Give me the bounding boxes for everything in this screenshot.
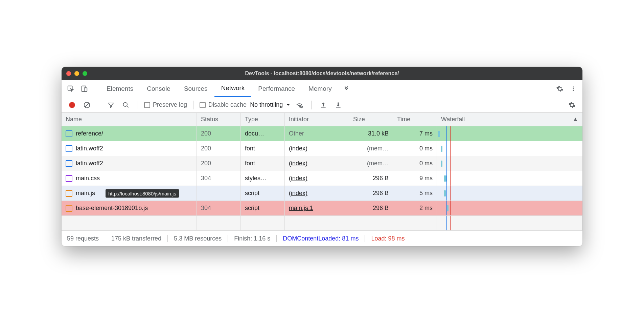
waterfall-marker — [450, 156, 451, 171]
initiator-link[interactable]: (index) — [289, 160, 307, 167]
column-header-waterfall[interactable]: Waterfall▲ — [437, 113, 582, 126]
file-type-icon — [66, 145, 72, 152]
status-domcontentloaded: DOMContentLoaded: 81 ms — [277, 235, 365, 242]
device-toolbar-icon[interactable] — [78, 83, 90, 95]
upload-har-icon[interactable] — [318, 99, 329, 111]
request-name: latin.woff2 — [76, 160, 103, 167]
status-cell: 304 — [197, 171, 241, 186]
svg-point-3 — [573, 86, 574, 87]
settings-icon[interactable] — [554, 83, 566, 95]
divider — [95, 84, 95, 93]
initiator-cell: Other — [285, 126, 349, 141]
time-cell: 0 ms — [393, 141, 437, 156]
request-row[interactable]: main.css304styles…(index)296 B9 ms — [62, 171, 582, 186]
waterfall-bar — [444, 175, 446, 182]
waterfall-marker — [450, 201, 451, 215]
waterfall-cell — [437, 186, 582, 201]
tab-console[interactable]: Console — [140, 80, 177, 97]
initiator-link[interactable]: main.js:1 — [289, 205, 313, 212]
waterfall-bar — [438, 131, 440, 137]
request-name: main.js — [76, 190, 95, 197]
search-icon[interactable] — [120, 99, 132, 111]
tab-memory[interactable]: Memory — [302, 80, 339, 97]
waterfall-marker — [450, 141, 451, 156]
request-row[interactable]: main.jshttp://localhost:8080/js/main.jss… — [62, 186, 582, 201]
disable-cache-checkbox[interactable]: Disable cache — [200, 101, 247, 108]
svg-point-10 — [299, 106, 300, 107]
waterfall-marker — [446, 171, 447, 186]
type-cell: script — [241, 186, 285, 201]
initiator-cell: (index) — [285, 171, 349, 186]
initiator-link[interactable]: (index) — [289, 175, 307, 182]
window-titlebar: DevTools - localhost:8080/docs/devtools/… — [62, 67, 582, 80]
svg-rect-2 — [84, 88, 87, 91]
initiator-cell: (index) — [285, 186, 349, 201]
preserve-log-checkbox[interactable]: Preserve log — [144, 101, 187, 108]
devtools-window: DevTools - localhost:8080/docs/devtools/… — [62, 67, 582, 246]
status-cell — [197, 186, 241, 201]
divider — [138, 101, 138, 109]
kebab-menu-icon[interactable] — [568, 83, 579, 95]
tab-elements[interactable]: Elements — [100, 80, 140, 97]
name-cell[interactable]: latin.woff2 — [62, 141, 197, 156]
file-type-icon — [66, 130, 72, 137]
svg-line-7 — [85, 103, 89, 107]
sort-arrow-icon: ▲ — [572, 116, 578, 123]
waterfall-cell — [437, 126, 582, 141]
waterfall-marker — [450, 216, 451, 230]
filter-icon[interactable] — [105, 99, 117, 111]
name-cell[interactable]: latin.woff2 — [62, 156, 197, 171]
status-bar: 59 requests 175 kB transferred 5.3 MB re… — [62, 231, 582, 246]
disable-cache-label: Disable cache — [208, 101, 247, 108]
minimize-window-button[interactable] — [74, 71, 79, 76]
initiator-link[interactable]: (index) — [289, 190, 307, 197]
svg-rect-12 — [321, 107, 326, 107]
tab-performance[interactable]: Performance — [251, 80, 302, 97]
column-header-size[interactable]: Size — [349, 113, 393, 126]
time-cell: 0 ms — [393, 156, 437, 171]
column-header-status[interactable]: Status — [197, 113, 241, 126]
waterfall-marker — [446, 201, 447, 215]
column-header-type[interactable]: Type — [241, 113, 285, 126]
network-conditions-icon[interactable] — [294, 99, 305, 111]
request-row[interactable]: latin.woff2200font(index)(mem…0 ms — [62, 156, 582, 171]
request-name: base-element-3018901b.js — [76, 205, 148, 212]
network-table: NameStatusTypeInitiatorSizeTimeWaterfall… — [62, 113, 582, 231]
svg-point-4 — [573, 88, 574, 89]
throttling-select[interactable]: No throttling — [250, 101, 290, 108]
svg-point-5 — [573, 90, 574, 91]
status-requests: 59 requests — [67, 235, 105, 242]
name-cell[interactable]: main.jshttp://localhost:8080/js/main.js — [62, 186, 197, 201]
waterfall-marker — [446, 216, 447, 230]
maximize-window-button[interactable] — [83, 71, 87, 76]
record-button[interactable] — [66, 99, 78, 111]
status-finish: Finish: 1.16 s — [228, 235, 277, 242]
network-settings-icon[interactable] — [566, 99, 578, 111]
column-header-initiator[interactable]: Initiator — [285, 113, 349, 126]
name-cell[interactable]: reference/ — [62, 126, 197, 141]
svg-rect-13 — [336, 107, 341, 107]
tab-sources[interactable]: Sources — [177, 80, 214, 97]
inspect-element-icon[interactable] — [65, 83, 76, 95]
svg-line-9 — [127, 106, 129, 107]
download-har-icon[interactable] — [332, 99, 344, 111]
waterfall-marker — [450, 126, 451, 141]
traffic-lights — [66, 71, 87, 76]
request-row[interactable]: latin.woff2200font(index)(mem…0 ms — [62, 141, 582, 156]
column-header-name[interactable]: Name — [62, 113, 197, 126]
file-type-icon — [66, 205, 72, 212]
status-resources: 5.3 MB resources — [168, 235, 228, 242]
clear-icon[interactable] — [81, 99, 93, 111]
more-tabs-icon[interactable] — [341, 83, 352, 95]
close-window-button[interactable] — [66, 71, 71, 76]
divider — [311, 101, 312, 109]
name-cell[interactable]: main.css — [62, 171, 197, 186]
request-row[interactable]: base-element-3018901b.js304scriptmain.js… — [62, 201, 582, 216]
size-cell: (mem… — [349, 156, 393, 171]
column-header-time[interactable]: Time — [393, 113, 437, 126]
size-cell: 296 B — [349, 186, 393, 201]
name-cell[interactable]: base-element-3018901b.js — [62, 201, 197, 215]
request-row[interactable]: reference/200docu…Other31.0 kB7 ms — [62, 126, 582, 141]
initiator-link[interactable]: (index) — [289, 145, 307, 152]
tab-network[interactable]: Network — [214, 80, 252, 97]
